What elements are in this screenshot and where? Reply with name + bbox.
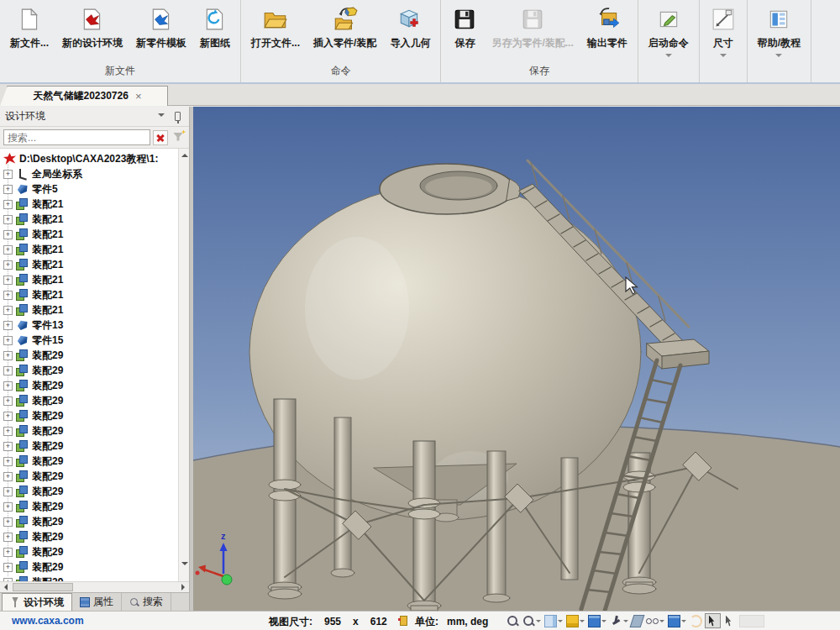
filter-icon[interactable] [171,130,186,145]
tree-item[interactable]: 装配21 [3,302,189,318]
scroll-right-icon[interactable] [178,582,189,592]
tree-item[interactable]: 装配29 [3,363,189,378]
expand-icon[interactable] [3,381,13,391]
tree-item[interactable]: 装配21 [3,227,189,242]
close-icon[interactable]: × [135,90,142,102]
tree-item[interactable]: 零件15 [3,333,189,348]
view-tool-button[interactable] [645,613,665,628]
tab-properties[interactable]: 属性 [72,593,122,611]
expand-icon[interactable] [3,260,13,270]
save-as-button[interactable]: 另存为零件/装配... [485,0,580,50]
tab-design-environment[interactable]: 设计环境 [2,593,72,611]
tree-root[interactable]: D:\Desktop\CAXA2023教程\1: [3,151,189,166]
tree-item[interactable]: 装配29 [3,529,189,544]
expand-icon[interactable] [3,276,13,285]
tree-item[interactable]: 装配29 [3,454,189,469]
view-tool-button[interactable] [738,613,765,628]
search-input[interactable] [3,129,150,145]
view-tool-button[interactable] [506,613,520,628]
tree-item[interactable]: 装配21 [3,272,189,287]
tree-item[interactable]: 装配29 [3,484,189,499]
expand-icon[interactable] [3,215,13,224]
view-tool-button[interactable] [587,613,607,628]
chevron-down-icon[interactable] [681,620,686,625]
expand-icon[interactable] [3,306,13,315]
dimension-button[interactable]: 尺寸 [703,0,743,60]
document-tab[interactable]: 天然气储罐20230726 × [7,86,168,106]
view-tool-button[interactable] [722,613,737,628]
chevron-down-icon[interactable] [601,620,606,625]
tree-item[interactable]: 装配29 [3,544,189,559]
tree-item[interactable]: 装配21 [3,257,189,272]
chevron-down-icon[interactable] [158,113,165,120]
clear-search-icon[interactable] [153,130,168,145]
scroll-left-icon[interactable] [0,582,11,592]
expand-icon[interactable] [3,351,13,360]
launch-command-button[interactable]: 启动命令 [642,0,696,60]
expand-icon[interactable] [3,517,13,527]
expand-icon[interactable] [3,336,13,345]
open-file-button[interactable]: 打开文件... [244,0,307,50]
tree-item[interactable]: 装配29 [3,378,189,393]
tree-item[interactable]: 装配29 [3,423,189,438]
tab-search[interactable]: 搜索 [122,593,171,611]
save-button[interactable]: 保存 [444,0,485,50]
scroll-up-icon[interactable] [179,149,189,160]
chevron-down-icon[interactable] [558,620,563,625]
expand-icon[interactable] [3,230,13,239]
import-geometry-button[interactable]: 导入几何 [383,0,437,50]
tree-horizontal-scrollbar[interactable] [0,581,189,592]
view-tool-button[interactable] [522,613,542,628]
expand-icon[interactable] [3,412,13,421]
tree-item[interactable]: 装配29 [3,348,189,363]
new-design-env-button[interactable]: 新的设计环境 [55,0,129,50]
expand-icon[interactable] [3,245,13,255]
tree-item[interactable]: 装配29 [3,499,189,514]
tree-item[interactable]: 装配29 [3,408,189,423]
expand-icon[interactable] [3,563,13,572]
view-tool-button[interactable] [565,613,585,628]
view-tool-button[interactable] [631,613,643,628]
view-tool-button[interactable] [543,613,564,628]
new-file-button[interactable]: 新文件... [3,0,55,50]
expand-icon[interactable] [3,185,13,194]
view-tool-button[interactable] [609,613,629,628]
tree-item[interactable]: 全局坐标系 [3,166,189,181]
view-tool-button[interactable] [667,613,687,628]
view-tool-button[interactable] [689,613,703,628]
expand-icon[interactable] [3,170,13,179]
tree-item[interactable]: 装配29 [3,514,189,529]
scrollbar-thumb[interactable] [13,583,73,591]
pin-icon[interactable] [175,112,181,121]
expand-icon[interactable] [3,200,13,209]
export-part-button[interactable]: 输出零件 [580,0,634,50]
expand-icon[interactable] [3,487,13,496]
scroll-down-icon[interactable] [179,558,189,570]
tree-item[interactable]: 装配21 [3,287,189,302]
new-drawing-button[interactable]: 新图纸 [193,0,237,50]
tree-item[interactable]: 零件5 [3,181,189,197]
help-tutorial-button[interactable]: 帮助/教程 [751,0,807,60]
tree-item[interactable]: 装配29 [3,469,189,484]
tree-item[interactable]: 装配29 [3,438,189,454]
tree-item[interactable]: 装配21 [3,197,189,212]
tree-item[interactable]: 装配21 [3,212,189,227]
expand-icon[interactable] [3,533,13,542]
tree-item[interactable]: 装配29 [3,559,189,575]
expand-icon[interactable] [3,427,13,436]
expand-icon[interactable] [3,548,13,557]
chevron-down-icon[interactable] [659,620,664,625]
caxa-website-link[interactable]: www.caxa.com [12,615,84,627]
expand-icon[interactable] [3,502,13,512]
tree-vertical-scrollbar[interactable] [178,149,189,581]
insert-part-button[interactable]: 插入零件/装配 [307,0,383,50]
tree-item[interactable]: 装配29 [3,575,189,581]
chevron-down-icon[interactable] [580,620,585,625]
expand-icon[interactable] [3,291,13,300]
chevron-down-icon[interactable] [623,620,628,625]
tree-item[interactable]: 装配21 [3,242,189,257]
expand-icon[interactable] [3,472,13,481]
tree-item[interactable]: 零件13 [3,318,189,333]
view-tool-button[interactable] [705,613,721,628]
3d-viewport[interactable]: z [193,107,840,611]
